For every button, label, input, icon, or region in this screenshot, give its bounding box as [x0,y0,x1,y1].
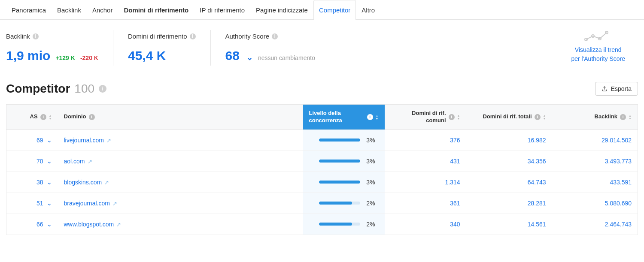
sort-icon: ▲▼ [376,114,379,120]
sort-icon: ▲▼ [457,114,460,120]
table-row: 38⌄blogskins.com↗3%1.31464.743433.591 [6,172,638,193]
external-link-icon[interactable]: ↗ [106,137,111,144]
info-icon[interactable]: i [33,33,39,39]
export-icon [601,86,608,92]
tab-competitor[interactable]: Competitor [313,0,356,20]
backlinks-value[interactable]: 3.493.773 [605,158,632,165]
trend-block[interactable]: Visualizza il trend per l'Authority Scor… [558,30,638,63]
tab-pagine-indicizzate[interactable]: Pagine indicizzate [250,0,313,20]
common-value[interactable]: 431 [450,158,460,165]
info-icon[interactable]: i [272,33,278,39]
common-value[interactable]: 1.314 [445,179,460,186]
competition-pct: 2% [366,200,375,207]
col-competition[interactable]: Livello della concorrenzai▲▼ [303,105,385,130]
total-value[interactable]: 28.281 [528,200,546,207]
sparkline-icon [584,30,612,43]
competition-bar: 3% [309,158,379,165]
tab-anchor[interactable]: Anchor [87,0,118,20]
info-icon: i [449,114,455,120]
total-value[interactable]: 34.356 [528,158,546,165]
metric-authority-label: Authority Score [225,33,270,40]
backlinks-value[interactable]: 433.591 [610,179,632,186]
info-icon[interactable]: i [190,33,196,39]
common-value[interactable]: 361 [450,200,460,207]
common-value[interactable]: 376 [450,137,460,144]
table-body: 69⌄livejournal.com↗3%37616.98229.014.502… [6,129,638,235]
tab-ip-di-riferimento[interactable]: IP di riferimento [194,0,250,20]
external-link-icon[interactable]: ↗ [112,200,117,207]
metric-backlinks-delta-down: -220 K [80,54,98,61]
competition-bar: 2% [309,200,379,207]
metric-refdomains: Domini di riferimento i 45,4 K [113,30,210,66]
domain-link[interactable]: aol.com [64,158,85,165]
competition-bar: 3% [309,179,379,186]
metric-backlinks-value: 1,9 mio [6,48,50,63]
metric-authority-sub: nessun cambiamento [258,54,315,61]
competition-pct: 2% [366,221,375,228]
table-row: 70⌄aol.com↗3%43134.3563.493.773 [6,151,638,172]
domain-link[interactable]: livejournal.com [64,137,104,144]
backlinks-value[interactable]: 2.464.743 [605,221,632,228]
total-value[interactable]: 64.743 [528,179,546,186]
export-button[interactable]: Esporta [595,82,638,96]
backlinks-value[interactable]: 29.014.502 [601,137,632,144]
external-link-icon[interactable]: ↗ [116,221,121,228]
metric-refdomains-value: 45,4 K [128,48,166,63]
backlinks-value[interactable]: 5.080.690 [605,200,632,207]
tabs-bar: PanoramicaBacklinkAnchorDomini di riferi… [0,0,644,20]
col-as[interactable]: ASi▲▼ [6,105,58,130]
competition-bar: 3% [309,137,379,144]
col-total[interactable]: Domini di rif. totalii▲▼ [466,105,552,130]
domain-link[interactable]: www.blogspot.com [64,221,114,228]
chevron-down-icon: ⌄ [47,158,52,165]
chevron-down-icon[interactable]: ⌄ [246,53,253,62]
tab-backlink[interactable]: Backlink [52,0,87,20]
common-value[interactable]: 340 [450,221,460,228]
metric-backlinks-label: Backlink [6,33,30,40]
domain-link[interactable]: blogskins.com [64,179,102,186]
info-icon: i [620,114,626,120]
metric-authority-value: 68 [225,48,240,63]
competitor-table: ASi▲▼ Dominioi Livello della concorrenza… [6,104,638,235]
metric-authority: Authority Score i 68⌄ nessun cambiamento [210,30,330,66]
total-value[interactable]: 14.561 [528,221,546,228]
tab-panoramica[interactable]: Panoramica [6,0,52,20]
competition-pct: 3% [366,158,375,165]
chevron-down-icon: ⌄ [47,221,52,228]
as-cell[interactable]: 66⌄ [12,221,52,228]
col-domain[interactable]: Dominioi [58,105,303,130]
competition-pct: 3% [366,179,375,186]
section-count: 100 [74,82,94,96]
col-common[interactable]: Domini di rif. comunii▲▼ [385,105,466,130]
info-icon[interactable]: i [99,85,106,93]
as-cell[interactable]: 69⌄ [12,137,52,144]
external-link-icon[interactable]: ↗ [88,158,92,165]
section-title: Competitor [6,82,70,96]
info-icon: i [40,114,46,120]
chevron-down-icon: ⌄ [47,179,52,186]
table-row: 51⌄bravejournal.com↗2%36128.2815.080.690 [6,193,638,214]
table-row: 69⌄livejournal.com↗3%37616.98229.014.502 [6,129,638,151]
section-header: Competitor 100 i Esporta [6,76,638,104]
external-link-icon[interactable]: ↗ [104,179,109,186]
competition-bar: 2% [309,221,379,228]
info-icon: i [535,114,541,120]
chevron-down-icon: ⌄ [47,200,52,207]
metrics-row: Backlink i 1,9 mio +129 K -220 K Domini … [0,20,644,76]
sort-icon: ▲▼ [543,114,546,120]
info-icon: i [89,114,95,120]
info-icon: i [367,114,373,120]
tab-domini-di-riferimento[interactable]: Domini di riferimento [118,0,194,20]
col-backlinks[interactable]: Backlinki▲▼ [552,105,638,130]
sort-icon: ▲▼ [629,114,632,120]
domain-link[interactable]: bravejournal.com [64,200,110,207]
as-cell[interactable]: 38⌄ [12,179,52,186]
as-cell[interactable]: 70⌄ [12,158,52,165]
sort-icon: ▲▼ [49,114,52,120]
chevron-down-icon: ⌄ [47,137,52,144]
table-row: 66⌄www.blogspot.com↗2%34014.5612.464.743 [6,214,638,235]
as-cell[interactable]: 51⌄ [12,200,52,207]
total-value[interactable]: 16.982 [528,137,546,144]
tab-altro[interactable]: Altro [356,0,380,20]
trend-link[interactable]: Visualizza il trend per l'Authority Scor… [571,45,625,63]
